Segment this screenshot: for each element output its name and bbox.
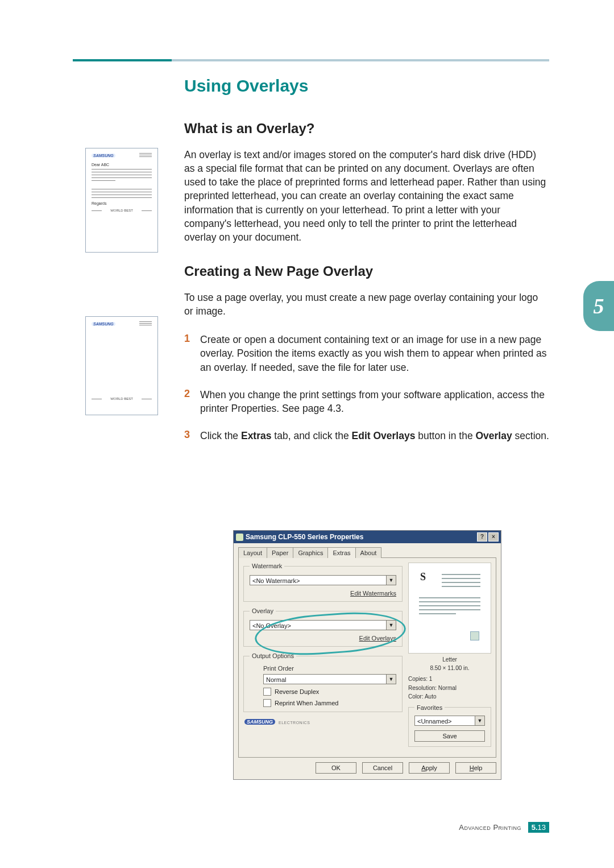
samsung-logo: SAMSUNG [244, 719, 275, 725]
step-2: 2 When you change the print settings fro… [184, 388, 549, 415]
favorites-value: <Unnamed> [414, 716, 475, 726]
vendor-branding: SAMSUNG ELECTRONICS [243, 718, 403, 725]
page-preview: S [408, 563, 491, 654]
ok-button[interactable]: OK [316, 762, 356, 774]
reprint-when-jammed-checkbox[interactable]: Reprint When Jammed [263, 699, 396, 707]
tab-layout[interactable]: Layout [238, 547, 267, 558]
chevron-down-icon[interactable]: ▼ [475, 716, 485, 726]
output-legend: Output Options [250, 652, 296, 659]
info-resolution: Resolution: Normal [408, 684, 491, 692]
dialog-button-row: OK Cancel Apply Help [234, 762, 501, 779]
footer-page-chip: 5.13 [528, 822, 549, 833]
header-lines-icon [139, 153, 152, 158]
info-copies: Copies: 1 [408, 675, 491, 683]
tab-about[interactable]: About [355, 547, 382, 558]
step-text: When you change the print settings from … [200, 388, 549, 415]
paper-size: 8.50 × 11.00 in. [408, 664, 491, 672]
overlay-value: <No Overlay> [250, 620, 387, 630]
footer-section: Advanced Printing [459, 823, 521, 832]
favorites-legend: Favorites [414, 704, 445, 711]
chevron-down-icon[interactable]: ▼ [387, 575, 396, 585]
vendor-subtext: ELECTRONICS [279, 721, 310, 725]
info-color: Color: Auto [408, 693, 491, 701]
paper-name: Letter [408, 656, 491, 663]
reverse-duplex-checkbox[interactable]: Reverse Duplex [263, 688, 396, 696]
tab-extras[interactable]: Extras [327, 547, 355, 558]
favorites-group: Favorites <Unnamed> ▼ Save [408, 704, 491, 747]
checkbox-icon [263, 688, 271, 696]
preview-letter-icon: S [420, 571, 426, 583]
print-order-select[interactable]: Normal ▼ [263, 674, 396, 684]
overlay-group: Overlay <No Overlay> ▼ Edit Overlays [243, 607, 403, 647]
dialog-panel: Watermark <No Watermark> ▼ Edit Watermar… [238, 557, 496, 758]
edit-overlays-button[interactable]: Edit Overlays [359, 635, 396, 642]
step-number: 1 [184, 333, 200, 374]
printer-properties-dialog: Samsung CLP-550 Series Properties ? × La… [233, 530, 501, 780]
chevron-down-icon[interactable]: ▼ [387, 674, 396, 684]
subheading-what-is: What is an Overlay? [184, 121, 549, 137]
printer-icon [236, 534, 243, 541]
save-favorite-button[interactable]: Save [414, 730, 485, 742]
dialog-titlebar[interactable]: Samsung CLP-550 Series Properties ? × [234, 531, 501, 543]
samsung-logo: SAMSUNG [92, 154, 115, 158]
samsung-logo: SAMSUNG [92, 322, 115, 326]
help-button[interactable]: Help [455, 762, 496, 774]
watermark-value: <No Watermark> [250, 575, 387, 585]
illustration-letterhead-filled: SAMSUNG Dear ABC Regards WORLD BEST [85, 148, 158, 253]
illustration-letterhead-blank: SAMSUNG WORLD BEST [85, 316, 158, 415]
numbered-steps: 1 Create or open a document containing t… [184, 333, 549, 443]
dialog-title: Samsung CLP-550 Series Properties [246, 533, 363, 541]
step-3: 3 Click the Extras tab, and click the Ed… [184, 429, 549, 443]
favorites-select[interactable]: <Unnamed> ▼ [414, 716, 485, 726]
page-footer: Advanced Printing 5.13 [0, 822, 549, 833]
step-number: 3 [184, 429, 200, 443]
watermark-group: Watermark <No Watermark> ▼ Edit Watermar… [243, 563, 403, 602]
step-text: Create or open a document containing tex… [200, 333, 549, 374]
checkbox-label: Reprint When Jammed [275, 700, 339, 706]
print-order-value: Normal [263, 674, 387, 684]
preview-image-icon [470, 631, 479, 640]
step-1: 1 Create or open a document containing t… [184, 333, 549, 374]
header-lines-icon [139, 321, 152, 326]
watermark-select[interactable]: <No Watermark> ▼ [250, 575, 396, 585]
print-order-label: Print Order [263, 665, 396, 672]
tab-graphics[interactable]: Graphics [293, 547, 328, 558]
content-column: Using Overlays What is an Overlay? An ov… [184, 76, 549, 456]
output-options-group: Output Options Print Order Normal ▼ Reve… [243, 652, 403, 712]
step-number: 2 [184, 388, 200, 415]
chevron-down-icon[interactable]: ▼ [387, 620, 396, 630]
regards-text: Regards [92, 201, 152, 205]
cancel-button[interactable]: Cancel [362, 762, 403, 774]
overlay-select[interactable]: <No Overlay> ▼ [250, 620, 396, 630]
step-text: Click the Extras tab, and click the Edit… [200, 429, 549, 443]
watermark-legend: Watermark [250, 563, 284, 569]
dialog-tabs: Layout Paper Graphics Extras About [234, 543, 501, 557]
checkbox-label: Reverse Duplex [275, 688, 319, 695]
document-page: 5 SAMSUNG Dear ABC Regards WORLD BEST SA… [0, 0, 614, 868]
footer-text: WORLD BEST [92, 397, 152, 400]
paragraph-creating: To use a page overlay, you must create a… [184, 291, 549, 318]
paragraph-intro: An overlay is text and/or images stored … [184, 148, 549, 244]
overlay-legend: Overlay [250, 607, 276, 614]
dear-text: Dear ABC [92, 163, 152, 167]
chapter-tab: 5 [583, 281, 614, 331]
footer-text: WORLD BEST [92, 209, 152, 212]
apply-button[interactable]: Apply [409, 762, 450, 774]
tab-paper[interactable]: Paper [267, 547, 293, 558]
header-rule [73, 59, 549, 61]
checkbox-icon [263, 699, 271, 707]
subheading-creating: Creating a New Page Overlay [184, 263, 549, 279]
help-button[interactable]: ? [477, 532, 487, 542]
close-button[interactable]: × [488, 532, 499, 542]
section-heading: Using Overlays [184, 76, 549, 96]
edit-watermarks-button[interactable]: Edit Watermarks [350, 590, 396, 597]
